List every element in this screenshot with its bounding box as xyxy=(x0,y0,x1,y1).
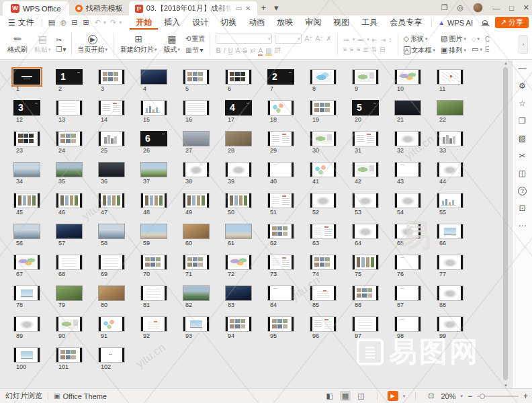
zoom-out-button[interactable]: − xyxy=(468,392,472,401)
slide-thumbnail[interactable]: 42 xyxy=(352,162,379,185)
slide-thumbnail[interactable]: 91 xyxy=(98,316,125,340)
italic-button[interactable]: I xyxy=(224,47,226,54)
character-button[interactable]: A xyxy=(236,47,240,54)
expand-ribbon-button[interactable]: › xyxy=(519,35,528,54)
slide-thumbnail[interactable]: 12 xyxy=(56,69,83,93)
wps-home-button[interactable]: W WPS Office xyxy=(3,1,69,15)
tab-list-dropdown-icon[interactable]: ▾ xyxy=(270,0,283,15)
slide-thumbnail[interactable]: 97 xyxy=(352,316,379,340)
slide-thumbnail[interactable]: 417 xyxy=(225,100,252,124)
menu-tab-2[interactable]: 设计 xyxy=(186,15,214,30)
slide-thumbnail[interactable]: 4 xyxy=(140,69,167,93)
slide-thumbnail[interactable]: 100 xyxy=(13,347,40,371)
slide-thumbnail[interactable]: 39 xyxy=(225,162,252,185)
favorites-icon[interactable]: ☆ xyxy=(519,99,526,108)
outdent-button[interactable]: ⇤ xyxy=(372,36,378,44)
slide-thumbnail[interactable]: 96 xyxy=(310,316,337,340)
slide-thumbnail[interactable]: 18 xyxy=(267,100,294,124)
slide-thumbnail[interactable]: 58 xyxy=(98,224,125,247)
new-slide-button[interactable]: ⊞ 新建幻灯片▾ xyxy=(117,31,161,58)
slide-thumbnail[interactable]: 87 xyxy=(394,285,421,309)
picture-button[interactable]: 图片 xyxy=(449,34,463,44)
slide-thumbnail[interactable]: 16 xyxy=(183,100,210,124)
slide-thumbnail[interactable]: 27 xyxy=(183,131,210,154)
cloud-sync-icon[interactable]: ☁ xyxy=(481,18,489,28)
slide-thumbnail[interactable]: 21 xyxy=(394,100,421,124)
slide-thumbnail[interactable]: 312 xyxy=(13,100,40,124)
slide-thumbnail[interactable]: 51 xyxy=(267,193,294,216)
align-right-button[interactable]: ≡ xyxy=(356,46,360,53)
slide-thumbnail[interactable]: 23 xyxy=(13,131,40,154)
slide-thumbnail[interactable]: 98 xyxy=(394,316,421,340)
slide-thumbnail[interactable]: 66 xyxy=(437,224,463,247)
album-button[interactable]: ▭ xyxy=(472,45,478,54)
slide-thumbnail[interactable]: 67 xyxy=(13,255,40,278)
slide-thumbnail[interactable]: 86 xyxy=(352,285,379,309)
zoom-level[interactable]: 20% xyxy=(441,392,455,400)
menu-tab-5[interactable]: 放映 xyxy=(271,15,299,30)
slide-sorter-view-button[interactable]: ▦ xyxy=(340,391,351,401)
vertical-scrollbar[interactable]: ▲ ▼ xyxy=(502,60,510,388)
slide-thumbnail[interactable]: 46 xyxy=(56,193,83,216)
slide-thumbnail[interactable]: 65 xyxy=(394,224,421,247)
slide-thumbnail[interactable]: 85 xyxy=(310,285,337,309)
slide-thumbnail[interactable]: 30 xyxy=(310,131,337,154)
slide-thumbnail[interactable]: 43 xyxy=(394,162,421,185)
slide-thumbnail[interactable]: 81 xyxy=(140,285,167,309)
slide-thumbnail[interactable]: 32 xyxy=(394,131,421,154)
slide-thumbnail[interactable]: 45 xyxy=(13,193,40,216)
menu-tab-4[interactable]: 动画 xyxy=(242,15,271,30)
decrease-font-button[interactable]: A⁻ xyxy=(315,35,323,42)
globe-icon[interactable]: ◎ xyxy=(457,3,464,12)
clear-format-button[interactable]: ✗ xyxy=(326,35,331,42)
help-icon[interactable]: ? xyxy=(518,187,527,195)
font-color-button[interactable]: A xyxy=(258,47,263,54)
slide-thumbnail[interactable]: 40 xyxy=(267,162,294,185)
slide-thumbnail[interactable]: 71 xyxy=(183,255,210,278)
slideshow-play-button[interactable]: ▶ xyxy=(388,391,398,401)
slide-thumbnail[interactable]: 520 xyxy=(352,100,379,124)
zoom-slider-knob[interactable] xyxy=(480,394,485,399)
cut-button[interactable]: ✂ xyxy=(56,36,66,44)
slide-thumbnail[interactable]: 29 xyxy=(267,131,294,154)
line-spacing-button[interactable]: ⇅ xyxy=(371,46,377,53)
task-pane-icon[interactable]: ⊡ xyxy=(519,204,525,213)
font-name-select[interactable]: ▾ xyxy=(216,34,272,44)
font-size-select[interactable]: ▾ xyxy=(275,34,302,44)
textbox-button[interactable]: 文本框 xyxy=(412,46,432,55)
reference-pane-icon[interactable]: ◫ xyxy=(519,169,526,178)
minimize-button[interactable]: — xyxy=(492,4,500,12)
slide-thumbnail[interactable]: 77 xyxy=(437,255,463,278)
slide-thumbnail[interactable]: 48 xyxy=(140,193,167,216)
slide-thumbnail[interactable]: 93 xyxy=(183,316,210,340)
format-painter-button[interactable]: ✏ 格式刷 xyxy=(4,31,31,58)
print-icon[interactable]: ⊟ xyxy=(69,18,80,27)
multi-window-icon[interactable]: ❐ xyxy=(441,3,448,12)
slide-thumbnail[interactable]: 49 xyxy=(183,193,210,216)
slide-thumbnail[interactable]: 626 xyxy=(140,131,167,154)
play-from-current-button[interactable]: ▶ 当页开始▾ xyxy=(75,31,112,58)
slide-thumbnail[interactable]: 13 xyxy=(56,100,83,124)
slide-thumbnail[interactable]: 11 xyxy=(437,69,463,93)
slide-thumbnail[interactable]: 41 xyxy=(310,162,337,185)
numbering-button[interactable]: ≕ xyxy=(357,36,364,44)
wps-ai-button[interactable]: ▲ WPS AI xyxy=(435,19,476,27)
menu-tab-9[interactable]: 会员专享 xyxy=(384,15,428,30)
slide-thumbnail[interactable]: 74 xyxy=(310,255,337,278)
slide-thumbnail[interactable]: 6 xyxy=(225,69,252,93)
slide-thumbnail[interactable]: 102 xyxy=(98,347,125,371)
tab-docer-templates[interactable]: 找稻壳模板 xyxy=(69,1,129,15)
slide-thumbnail[interactable]: 60 xyxy=(183,224,210,247)
slide-thumbnail[interactable]: 68 xyxy=(56,255,83,278)
slide-thumbnail[interactable]: 56 xyxy=(13,224,40,247)
slide-thumbnail[interactable]: 33 xyxy=(437,131,463,154)
slide-thumbnail[interactable]: 44 xyxy=(437,162,463,185)
slide-thumbnail[interactable]: 10 xyxy=(394,69,421,93)
slide-thumbnail[interactable]: 47 xyxy=(98,193,125,216)
chevron-down-icon[interactable]: ▾ xyxy=(460,394,463,399)
slide-thumbnail[interactable]: 55 xyxy=(437,193,463,216)
layout-button[interactable]: ▦ 版式▾ xyxy=(161,31,184,58)
menu-tab-7[interactable]: 视图 xyxy=(327,15,355,30)
close-tab-icon[interactable]: ✕ xyxy=(245,5,251,12)
highlight-color-button[interactable]: ▨ xyxy=(265,47,271,54)
